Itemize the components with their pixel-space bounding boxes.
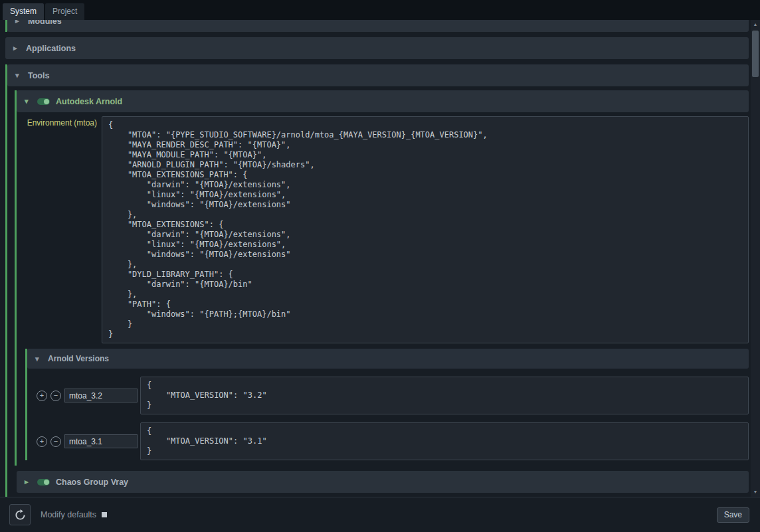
modify-defaults-label: Modify defaults [41,510,96,519]
environment-json-editor[interactable]: { "MTOA": "{PYPE_STUDIO_SOFTWARE}/arnold… [102,116,749,343]
collapsed-arrow-icon: ▸ [13,44,20,52]
refresh-icon [15,509,26,521]
scrollbar-track[interactable] [751,29,760,488]
toggle-knob [44,99,49,104]
tab-bar: System Project [0,0,760,20]
arnold-label: Autodesk Arnold [56,97,122,106]
remove-version-button[interactable]: − [50,391,61,401]
settings-main: ▸ Modules ▸ Applications ▾ Tools [0,20,760,497]
version-row: + − { "MTOA_VERSION": "3.2" } [37,377,749,414]
section-header-applications[interactable]: ▸ Applications [5,37,749,59]
group-chaos-vray: ▸ Chaos Group Vray [15,471,749,493]
add-version-button[interactable]: + [37,391,47,401]
section-label-tools: Tools [28,71,49,80]
arnold-header[interactable]: ▾ Autodesk Arnold [17,90,749,112]
scrollbar-down-button[interactable]: ▼ [751,488,760,497]
group-arnold-versions: ▾ Arnold Versions + − [25,349,749,460]
group-autodesk-arnold: ▾ Autodesk Arnold Environment (mtoa) { "… [15,90,749,466]
save-button[interactable]: Save [717,507,749,523]
environment-field-row: Environment (mtoa) { "MTOA": "{PYPE_STUD… [17,116,749,343]
remove-version-button[interactable]: − [50,436,61,447]
modify-defaults-checkbox[interactable] [102,512,107,517]
section-label-applications: Applications [26,44,76,53]
version-key-input[interactable] [64,389,138,402]
version-key-input[interactable] [64,434,138,448]
collapsed-arrow-icon: ▸ [15,20,22,25]
scrollbar-up-button[interactable]: ▲ [751,20,760,29]
vertical-scrollbar[interactable]: ▲ ▼ [751,20,760,497]
section-header-tools[interactable]: ▾ Tools [7,64,749,86]
arnold-versions-header[interactable]: ▾ Arnold Versions [27,349,749,369]
version-json-editor[interactable]: { "MTOA_VERSION": "3.2" } [140,377,749,414]
environment-label: Environment (mtoa) [17,116,102,128]
tab-project[interactable]: Project [45,3,84,20]
arnold-versions-label: Arnold Versions [48,354,109,363]
version-row: + − { "MTOA_VERSION": "3.1" } [37,422,749,460]
expanded-arrow-icon: ▾ [15,72,22,79]
vray-label: Chaos Group Vray [56,478,128,487]
toggle-knob [44,480,49,485]
version-json-editor[interactable]: { "MTOA_VERSION": "3.1" } [140,422,749,460]
vray-enabled-toggle-icon[interactable] [37,479,50,486]
section-header-modules[interactable]: ▸ Modules [7,20,749,32]
scrollbar-thumb[interactable] [752,31,759,77]
arnold-enabled-toggle-icon[interactable] [37,98,50,105]
settings-scroll-area: ▸ Modules ▸ Applications ▾ Tools [0,20,751,497]
version-row-controls: + − [37,389,138,402]
settings-window: System Project ▸ Modules ▸ Applications … [0,0,760,532]
tools-body: ▾ Autodesk Arnold Environment (mtoa) { "… [7,90,749,497]
arnold-body: Environment (mtoa) { "MTOA": "{PYPE_STUD… [17,116,749,466]
expanded-arrow-icon: ▾ [35,355,42,363]
footer-bar: Modify defaults Save [0,497,760,532]
version-row-controls: + − [37,434,138,448]
section-tools: ▾ Tools ▾ Autodesk Arnold [5,64,749,497]
add-version-button[interactable]: + [37,436,47,447]
section-modules: ▸ Modules [5,20,749,32]
collapsed-arrow-icon: ▸ [25,478,31,486]
tab-system[interactable]: System [3,3,44,20]
expanded-arrow-icon: ▾ [25,98,31,105]
section-label-modules: Modules [28,20,62,26]
refresh-button[interactable] [9,504,31,525]
vray-header[interactable]: ▸ Chaos Group Vray [17,471,749,493]
